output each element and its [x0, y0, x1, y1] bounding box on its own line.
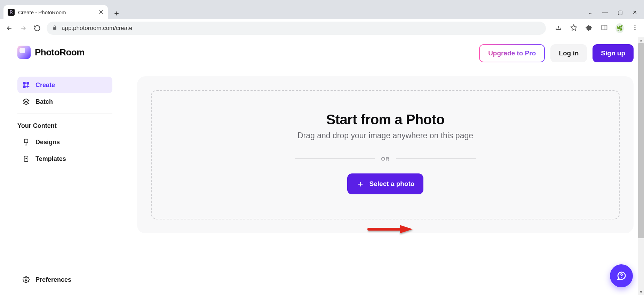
scrollbar-thumb[interactable]	[638, 43, 644, 238]
browser-toolbar: app.photoroom.com/create 🌿	[0, 19, 644, 37]
svg-point-3	[635, 29, 636, 30]
chevron-down-icon[interactable]: ⌄	[588, 9, 593, 16]
sidebar-item-label: Designs	[35, 139, 60, 146]
minimize-icon[interactable]: —	[602, 9, 608, 16]
select-photo-button[interactable]: ＋ Select a photo	[347, 173, 424, 194]
main-content: Upgrade to Pro Log in Sign up Start from…	[123, 37, 644, 295]
svg-rect-5	[27, 82, 29, 85]
browser-chrome: R Create - PhotoRoom ✕ ＋ ⌄ — ▢ ✕ app.pho…	[0, 0, 644, 37]
tab-strip: R Create - PhotoRoom ✕ ＋ ⌄ — ▢ ✕	[0, 3, 644, 19]
extensions-icon[interactable]	[585, 24, 593, 32]
profile-avatar[interactable]: 🌿	[615, 23, 624, 33]
favicon-icon: R	[8, 9, 15, 16]
gear-icon	[22, 276, 30, 283]
svg-point-2	[635, 27, 636, 28]
reload-button[interactable]	[33, 24, 42, 33]
lock-icon	[52, 25, 57, 31]
scroll-down-button[interactable]: ▼	[638, 289, 644, 295]
sidebar-item-designs[interactable]: Designs	[17, 134, 112, 150]
sidebar-item-label: Templates	[35, 155, 66, 163]
address-bar[interactable]: app.photoroom.com/create	[47, 22, 546, 35]
maximize-icon[interactable]: ▢	[618, 9, 623, 16]
top-bar: Upgrade to Pro Log in Sign up	[137, 44, 634, 62]
create-icon	[22, 81, 30, 88]
login-button[interactable]: Log in	[550, 44, 587, 62]
svg-rect-4	[23, 82, 26, 85]
sidebar-item-label: Create	[35, 81, 55, 89]
side-panel-icon[interactable]	[600, 24, 609, 32]
sidebar-item-batch[interactable]: Batch	[17, 93, 112, 110]
url-text: app.photoroom.com/create	[62, 25, 132, 32]
svg-point-11	[621, 277, 622, 278]
batch-icon	[22, 98, 30, 105]
upgrade-to-pro-button[interactable]: Upgrade to Pro	[479, 44, 545, 62]
sidebar-item-create[interactable]: Create	[17, 77, 112, 93]
dropzone-title: Start from a Photo	[326, 112, 445, 127]
scroll-up-button[interactable]: ▲	[638, 37, 644, 43]
chat-help-icon	[616, 271, 627, 281]
sidebar-item-label: Batch	[35, 98, 53, 106]
svg-rect-0	[602, 25, 607, 30]
close-window-icon[interactable]: ✕	[633, 9, 637, 16]
or-separator: OR	[295, 156, 476, 162]
sidebar: PhotoRoom Create Batch Your Content Desi…	[0, 37, 123, 295]
dropzone-subtitle: Drag and drop your image anywhere on thi…	[297, 131, 473, 140]
dropzone[interactable]: Start from a Photo Drag and drop your im…	[151, 90, 620, 219]
bookmark-star-icon[interactable]	[570, 24, 578, 32]
plus-icon: ＋	[356, 178, 365, 189]
window-controls: ⌄ — ▢ ✕	[588, 9, 644, 19]
svg-rect-7	[24, 139, 28, 143]
sidebar-item-label: Preferences	[35, 276, 71, 284]
sidebar-item-preferences[interactable]: Preferences	[17, 271, 112, 288]
upload-card: Start from a Photo Drag and drop your im…	[137, 76, 634, 233]
svg-point-9	[25, 279, 27, 281]
svg-point-1	[635, 25, 636, 26]
kebab-menu-icon[interactable]	[631, 24, 639, 32]
forward-button[interactable]	[19, 24, 28, 33]
templates-icon	[22, 155, 30, 163]
browser-tab[interactable]: R Create - PhotoRoom ✕	[3, 5, 108, 19]
help-fab-button[interactable]	[610, 264, 633, 287]
close-tab-icon[interactable]: ✕	[98, 8, 104, 16]
section-your-content: Your Content	[17, 122, 112, 130]
back-button[interactable]	[5, 24, 14, 33]
sidebar-item-templates[interactable]: Templates	[17, 150, 112, 167]
logo-icon	[17, 46, 31, 59]
svg-rect-6	[23, 86, 26, 88]
logo[interactable]: PhotoRoom	[17, 46, 112, 59]
signup-button[interactable]: Sign up	[593, 44, 634, 62]
new-tab-button[interactable]: ＋	[111, 7, 122, 19]
logo-text: PhotoRoom	[35, 47, 85, 58]
tab-title: Create - PhotoRoom	[18, 9, 95, 15]
designs-icon	[22, 138, 30, 146]
select-photo-label: Select a photo	[369, 180, 415, 188]
share-icon[interactable]	[554, 24, 563, 32]
